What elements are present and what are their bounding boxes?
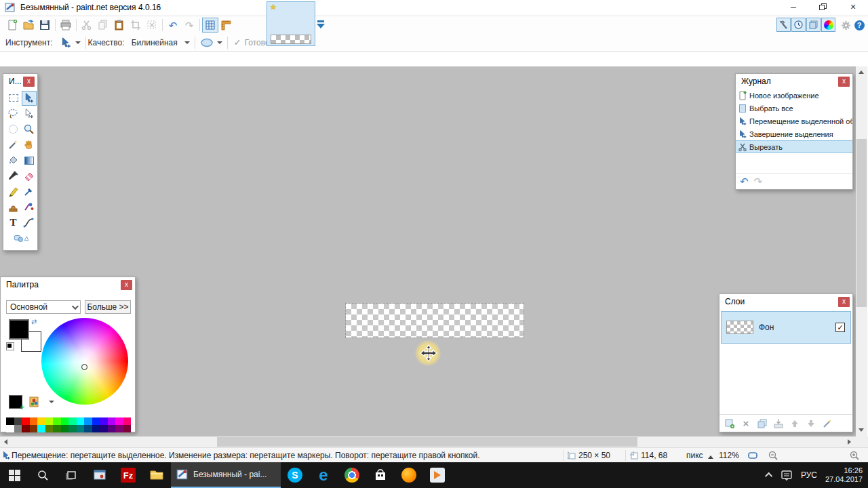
tray-language[interactable]: РУС: [801, 470, 817, 480]
palette-preset-dropdown[interactable]: Основной: [6, 300, 81, 314]
palette-panel-close-button[interactable]: x: [121, 280, 132, 290]
scroll-right-arrow[interactable]: [848, 439, 851, 445]
history-panel-close-button[interactable]: x: [838, 77, 850, 87]
taskbar-active-window[interactable]: Безымянный - pai...: [171, 462, 281, 488]
add-layer-button[interactable]: [724, 418, 736, 430]
tool-rectangle-select[interactable]: [6, 91, 21, 106]
duplicate-layer-button[interactable]: [756, 418, 768, 430]
taskbar-file-explorer[interactable]: [142, 462, 171, 488]
palette-swatch[interactable]: [108, 425, 116, 432]
primary-color-swatch[interactable]: [9, 319, 29, 340]
layer-row-background[interactable]: Фон ✓: [721, 311, 851, 344]
scroll-down-arrow[interactable]: [859, 428, 864, 432]
move-layer-down-button[interactable]: [805, 418, 817, 430]
palette-swatch[interactable]: [14, 418, 22, 425]
palette-swatch[interactable]: [53, 425, 61, 432]
palette-swatch[interactable]: [61, 418, 69, 425]
copy-button[interactable]: [95, 18, 111, 33]
tray-clock[interactable]: 16:26 27.04.2017: [825, 466, 863, 484]
toggle-colors-button[interactable]: [821, 18, 835, 32]
crop-button[interactable]: [127, 18, 144, 33]
palette-swatch[interactable]: [22, 418, 30, 425]
paste-button[interactable]: [111, 18, 127, 33]
open-file-button[interactable]: [20, 18, 37, 33]
minimize-button[interactable]: –: [783, 1, 804, 14]
quality-dropdown[interactable]: Билинейная: [129, 37, 193, 49]
tool-text[interactable]: T: [6, 216, 21, 230]
tool-move-selected-pixels[interactable]: [22, 91, 37, 106]
scroll-up-arrow[interactable]: [859, 70, 864, 74]
palette-swatch[interactable]: [77, 418, 85, 425]
taskbar-app-chrome[interactable]: [338, 462, 366, 488]
cut-button[interactable]: [79, 18, 95, 33]
palette-swatch[interactable]: [68, 425, 77, 432]
palette-swatch[interactable]: [100, 418, 108, 425]
chevron-down-icon[interactable]: [49, 401, 54, 403]
new-file-button[interactable]: [4, 18, 20, 33]
tool-move-selection[interactable]: [22, 106, 37, 121]
toggle-history-button[interactable]: [791, 18, 806, 32]
palette-swatch[interactable]: [84, 418, 92, 425]
tool-gradient[interactable]: [22, 153, 37, 168]
taskbar-app-firefox[interactable]: [395, 462, 423, 488]
zoom-in-button[interactable]: [849, 450, 860, 461]
selection-render-dropdown[interactable]: [197, 37, 225, 49]
tool-shapes[interactable]: [14, 231, 28, 246]
palette-swatch[interactable]: [6, 425, 14, 432]
task-view-button[interactable]: [57, 462, 85, 488]
settings-button[interactable]: [840, 19, 852, 31]
reset-colors-button[interactable]: [6, 342, 14, 350]
palette-swatch[interactable]: [92, 425, 100, 432]
palette-swatch[interactable]: [123, 425, 132, 432]
add-color-button[interactable]: [9, 395, 22, 409]
ruler-toggle-button[interactable]: [218, 18, 235, 33]
history-undo-button[interactable]: ↶: [740, 176, 749, 186]
restore-button[interactable]: [812, 1, 833, 14]
swap-colors-button[interactable]: ⇄: [31, 318, 37, 325]
toggle-tools-button[interactable]: [776, 18, 791, 32]
tools-panel-close-button[interactable]: x: [23, 77, 35, 87]
palette-more-button[interactable]: Больше >>: [85, 300, 131, 314]
image-tab-thumbnail[interactable]: ★: [267, 1, 315, 46]
scroll-left-arrow[interactable]: [4, 439, 7, 445]
palette-swatch[interactable]: [61, 425, 69, 432]
palette-swatch[interactable]: [37, 425, 45, 432]
image-list-chevron-icon[interactable]: [315, 19, 326, 30]
taskbar-app-edge[interactable]: e: [309, 462, 338, 488]
zoom-out-button[interactable]: [768, 450, 778, 461]
palette-swatch[interactable]: [45, 418, 54, 425]
history-item-finish-selection[interactable]: Завершение выделения: [736, 127, 852, 140]
palette-swatch[interactable]: [45, 425, 54, 432]
tool-recolor[interactable]: [22, 200, 37, 215]
palette-swatch[interactable]: [108, 418, 116, 425]
palette-swatch[interactable]: [115, 418, 123, 425]
start-button[interactable]: [0, 462, 28, 488]
horizontal-scrollbar-thumb[interactable]: [217, 437, 637, 447]
units-dropdown-arrow[interactable]: [708, 455, 713, 459]
layer-properties-button[interactable]: [821, 418, 833, 430]
palette-swatch[interactable]: [77, 425, 85, 432]
taskbar-app-remote[interactable]: [85, 462, 114, 488]
deselect-button[interactable]: [144, 18, 160, 33]
palette-swatch[interactable]: [37, 418, 45, 425]
tool-pencil[interactable]: [6, 184, 21, 199]
palette-manager-button[interactable]: [28, 395, 41, 409]
palette-swatch[interactable]: [92, 418, 100, 425]
palette-swatch[interactable]: [123, 418, 132, 425]
notification-center-icon[interactable]: [781, 469, 793, 481]
tool-paint-bucket[interactable]: [6, 153, 21, 168]
color-wheel-cursor[interactable]: [81, 364, 87, 370]
tool-color-picker[interactable]: [22, 184, 37, 199]
palette-swatch[interactable]: [100, 425, 108, 432]
floating-selection[interactable]: [346, 304, 524, 338]
tool-magic-wand[interactable]: [6, 138, 21, 152]
layers-panel-close-button[interactable]: x: [838, 297, 850, 307]
taskbar-app-skype[interactable]: S: [281, 462, 309, 488]
current-tool-dropdown[interactable]: [57, 35, 83, 50]
color-wheel[interactable]: [41, 318, 128, 405]
history-redo-button[interactable]: ↷: [754, 176, 763, 186]
help-button[interactable]: ?: [853, 19, 865, 31]
tool-lasso-select[interactable]: [6, 106, 21, 121]
delete-layer-button[interactable]: ×: [740, 418, 752, 430]
tool-ellipse-select[interactable]: [6, 122, 21, 137]
